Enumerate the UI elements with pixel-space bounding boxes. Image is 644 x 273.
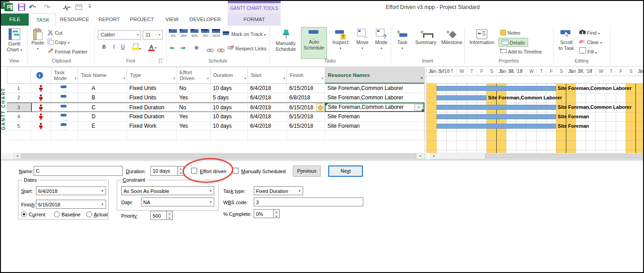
fill-handle[interactable] [421, 109, 424, 112]
split-task-icon[interactable]: ✳ [194, 45, 199, 51]
table-horizontal-scrollbar[interactable]: ◂ ▸ [13, 153, 424, 159]
insert-task-button[interactable]: + Task ▾ [393, 27, 411, 51]
tab-report[interactable]: REPORT [93, 13, 125, 26]
outdent-task-icon[interactable]: ⇐ [170, 45, 175, 51]
cell-finish[interactable]: 6/15/2018 [287, 84, 325, 93]
tab-resource[interactable]: RESOURCE [56, 13, 93, 26]
select-all-corner[interactable] [7, 67, 31, 84]
scroll-left-icon[interactable]: ◂ [14, 153, 21, 159]
column-header-task-name[interactable]: Task Name▾ [78, 67, 127, 84]
effort-driven-checkbox[interactable] [191, 168, 197, 174]
indent-task-icon[interactable]: ⇒ [181, 45, 185, 51]
pct-complete-spinner[interactable]: ▴▾ [273, 209, 280, 218]
paste-button[interactable]: Paste ▾ [29, 27, 47, 52]
cell-resources[interactable]: Site Foreman [325, 112, 424, 121]
row-number[interactable]: 3 [7, 103, 31, 112]
cell-start[interactable]: 6/4/2018 [248, 93, 287, 103]
column-header-resource-names[interactable]: Resource Names▾ [325, 67, 424, 84]
row-number[interactable]: 1 [7, 84, 31, 93]
cell-mode[interactable]: → [51, 84, 78, 93]
task-type-combo[interactable]: Fixed Duration▾ [254, 186, 303, 195]
filter-icon[interactable]: ▾ [173, 76, 175, 81]
details-pane-icon[interactable] [75, 4, 82, 10]
cell-name[interactable]: C [78, 103, 127, 112]
cell-start[interactable]: 6/4/2018 [248, 84, 287, 93]
tab-task[interactable]: TASK [30, 13, 56, 26]
undo-button[interactable]: ↶▾ [29, 3, 36, 11]
filter-icon[interactable]: ▾ [322, 76, 323, 81]
gantt-bar-task-4[interactable] [437, 114, 556, 119]
chevron-down-icon[interactable]: ▾ [101, 200, 103, 209]
cell-info[interactable] [31, 103, 51, 112]
link-tasks-icon[interactable] [207, 46, 214, 54]
scrollbar-thumb[interactable] [485, 154, 644, 158]
column-header-finish[interactable]: Finish▾ [287, 67, 325, 84]
gantt-chart-view-button[interactable]: Gantt Chart ▾ [3, 27, 26, 53]
tab-developer[interactable]: DEVELOPER [185, 13, 225, 26]
row-number[interactable]: 4 [7, 112, 31, 121]
manually-schedule-button[interactable]: Manually Schedule [272, 27, 299, 52]
cell-type[interactable]: Fixed Duration [127, 103, 177, 112]
gantt-chart-pane[interactable]: Jun 3, '18Jun 10, '18Jun 17, '18Jun 24, … [427, 67, 644, 159]
save-icon[interactable] [18, 4, 25, 11]
app-icon[interactable]: P [4, 3, 13, 11]
filter-icon[interactable]: ▾ [283, 76, 285, 81]
cell-duration[interactable]: 10 days [211, 84, 248, 93]
filter-icon[interactable]: ▾ [207, 76, 209, 81]
cell-effort[interactable]: No [177, 103, 211, 112]
gantt-bar-task-3[interactable] [437, 105, 556, 110]
selected-resource-cell[interactable]: Site Foreman,Common Laborer˅ [325, 103, 424, 112]
filter-icon[interactable]: ▾ [244, 76, 246, 81]
cell-name[interactable]: E [78, 121, 127, 131]
constraint-combo[interactable]: As Soon As Possible▾ [121, 186, 214, 195]
cell-finish[interactable]: 6/8/2018 [287, 93, 325, 103]
row-number[interactable]: 5 [7, 121, 31, 131]
duration-field[interactable]: 10 days [150, 166, 178, 176]
cell-mode[interactable]: → [51, 112, 78, 121]
cell-mode[interactable]: → [51, 103, 78, 112]
cell-effort[interactable]: Yes [177, 112, 211, 121]
gantt-bar-task-2[interactable] [437, 95, 486, 100]
information-button[interactable]: Information [467, 27, 497, 45]
next-button[interactable]: Next [328, 166, 363, 177]
cell-mode[interactable]: → [51, 121, 78, 131]
unlink-tasks-icon[interactable] [217, 46, 225, 54]
cell-info[interactable] [31, 112, 51, 121]
gantt-bar-task-1[interactable] [437, 86, 556, 91]
cell-finish[interactable]: 6/15/2018 [287, 103, 325, 112]
cell-effort[interactable]: Yes [177, 121, 211, 131]
percent-0-button[interactable]: 0% [168, 29, 178, 41]
cell-resources[interactable]: Site Foreman,Common Laborer˅ [325, 103, 424, 112]
fill-button[interactable]: ↓ Fill ▾ [579, 47, 597, 56]
cell-start[interactable]: 6/4/2018 [248, 103, 287, 112]
chevron-down-icon[interactable]: ▾ [299, 187, 300, 195]
find-button[interactable]: Find ▾ [579, 28, 600, 37]
schedule-warning-icon[interactable] [316, 103, 324, 111]
filter-icon[interactable]: ▾ [421, 75, 423, 81]
cell-info[interactable] [31, 93, 51, 103]
customize-qat-icon[interactable]: ▾ [89, 4, 91, 9]
cell-type[interactable]: Fixed Units [127, 93, 177, 103]
notes-button[interactable]: Notes [500, 28, 520, 37]
font-dialog-launcher[interactable]: ↘ [159, 59, 163, 63]
cell-info[interactable] [31, 121, 51, 131]
scroll-right-icon[interactable]: ▸ [417, 153, 424, 159]
column-header-task-mode[interactable]: Task Mode▾ [51, 67, 78, 84]
tab-file[interactable]: FILE [1, 13, 29, 26]
cell-finish[interactable]: 6/15/2018 [287, 112, 325, 121]
format-painter-button[interactable]: Format Painter [48, 47, 88, 56]
cell-duration[interactable]: 10 days [211, 103, 248, 112]
cell-mode[interactable]: → [51, 93, 78, 103]
start-combo[interactable]: 6/4/2018▾ [36, 186, 106, 195]
scroll-to-task-button[interactable]: Scroll to Task [556, 27, 577, 51]
cell-start[interactable]: 6/4/2018 [248, 112, 287, 121]
column-header-start[interactable]: Start▾ [248, 67, 287, 84]
redo-button[interactable]: ↷▾ [44, 3, 51, 11]
constraint-date-combo[interactable]: NA▾ [141, 197, 214, 206]
font-family-select[interactable]: Calibri▾ [98, 30, 141, 40]
filter-icon[interactable]: ▾ [124, 76, 125, 81]
details-button[interactable]: Details [498, 38, 528, 47]
cell-duration[interactable]: 5 days [211, 93, 248, 103]
finish-combo[interactable]: 6/15/2018▾ [36, 200, 106, 209]
tab-view[interactable]: VIEW [159, 13, 185, 26]
